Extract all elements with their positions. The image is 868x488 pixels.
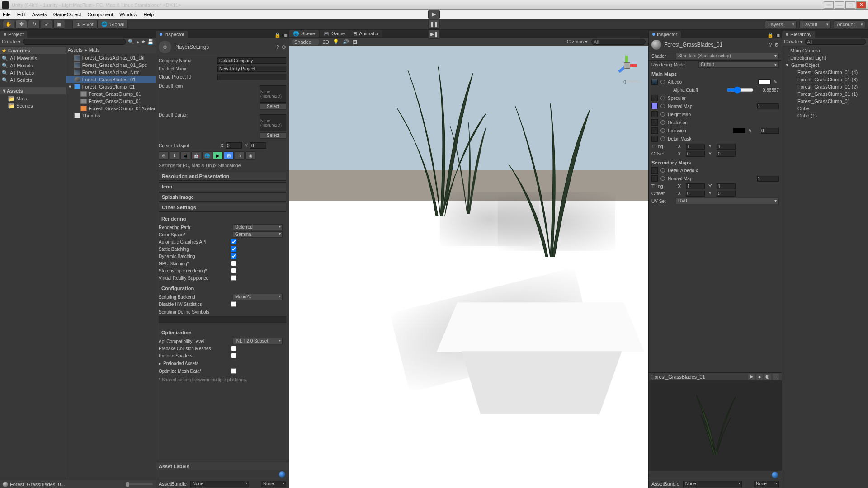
detail-albedo-picker-icon[interactable] (660, 168, 665, 173)
cursor-hotspot-x-input[interactable] (226, 142, 242, 149)
breadcrumb-assets[interactable]: Assets (68, 47, 83, 52)
inspector2-tab[interactable]: Inspector (649, 31, 681, 38)
platform-tizen-icon[interactable]: ◉ (245, 151, 255, 160)
albedo-eyedropper-icon[interactable]: ✎ (774, 80, 779, 84)
inspector1-tab[interactable]: Inspector (156, 31, 188, 38)
detailmask-picker-icon[interactable] (660, 136, 665, 141)
hierarchy-item[interactable]: ▼GameObject (782, 61, 868, 69)
prebake-checkbox[interactable] (231, 346, 236, 351)
normal2-strength-input[interactable] (757, 176, 779, 182)
tiling2-x-input[interactable] (686, 183, 705, 189)
material-preview[interactable] (649, 380, 782, 471)
assetbundle-name-dropdown[interactable]: None (190, 481, 249, 487)
normal2-picker-icon[interactable] (660, 176, 665, 181)
label-add-icon-2[interactable] (772, 472, 778, 478)
audio-toggle-icon[interactable]: 🔊 (343, 39, 349, 45)
emission-texture-slot[interactable] (651, 127, 658, 134)
platform-android-icon[interactable]: 🤖 (191, 151, 201, 160)
preloaded-assets-foldout[interactable]: Preloaded Assets (163, 361, 222, 366)
alpha-cutoff-slider[interactable] (726, 86, 754, 94)
api-compat-dropdown[interactable]: .NET 2.0 Subset (233, 338, 283, 344)
normal-picker-icon[interactable] (660, 104, 665, 108)
default-cursor-select-button[interactable]: Select (260, 132, 286, 139)
restore-down-alt-button[interactable]: ▭ (824, 1, 834, 9)
menu-edit[interactable]: Edit (17, 12, 26, 17)
emission-eyedropper-icon[interactable]: ✎ (748, 128, 754, 133)
scripting-define-input[interactable] (159, 316, 286, 323)
project-item[interactable]: Forest_GrassClump_01Avatar (66, 105, 156, 112)
maximize-button[interactable]: ▢ (845, 1, 855, 9)
section-icon[interactable]: Icon (159, 182, 286, 191)
emission-color[interactable] (733, 128, 745, 133)
project-item[interactable]: ▼Forest_GrassClump_01 (66, 83, 156, 90)
tiling-y-input[interactable] (717, 144, 736, 150)
assets-header[interactable]: ▼Assets (0, 87, 66, 94)
help-icon[interactable]: ? (276, 45, 279, 50)
2d-toggle[interactable]: 2D (323, 39, 329, 45)
section-splash[interactable]: Splash Image (159, 192, 286, 202)
account-dropdown[interactable]: Account (834, 20, 865, 28)
project-save-icon[interactable]: 💾 (147, 39, 154, 45)
tiling-x-input[interactable] (686, 144, 705, 150)
project-item[interactable]: Forest_GrassClump_01 (66, 98, 156, 105)
normal2-texture-slot[interactable] (651, 175, 658, 182)
layout-dropdown[interactable]: Layout (799, 20, 831, 28)
offset2-x-input[interactable] (686, 191, 705, 197)
height-picker-icon[interactable] (660, 112, 665, 117)
menu-help[interactable]: Help (143, 12, 154, 17)
persp-label[interactable]: ◁ Persp (622, 79, 640, 84)
preview-menu-icon[interactable]: ≡ (773, 374, 779, 380)
menu-component[interactable]: Component (87, 12, 113, 17)
inspector2-menu-icon[interactable]: ≡ (775, 33, 782, 38)
project-item[interactable]: Forest_GrassAplhas_01_Dif (66, 54, 156, 61)
specular-texture-slot[interactable] (651, 95, 658, 101)
normal-strength-input[interactable] (757, 103, 779, 109)
scene-viewport[interactable]: ◁ Persp (289, 46, 648, 488)
hierarchy-item[interactable]: Cube (1) (782, 112, 868, 119)
scale-tool-button[interactable]: ⤢ (41, 20, 52, 29)
preload-shaders-checkbox[interactable] (231, 353, 236, 358)
rendering-mode-dropdown[interactable]: Cutout (698, 61, 779, 68)
inspector-lock-icon[interactable]: 🔒 (273, 32, 283, 38)
platform-ios-icon[interactable]: 📱 (180, 151, 190, 160)
stereo-checkbox[interactable] (231, 268, 236, 273)
hierarchy-item[interactable]: Forest_GrassClump_01 (2) (782, 83, 868, 90)
emission-picker-icon[interactable] (660, 128, 665, 133)
rect-tool-button[interactable]: ▣ (53, 20, 65, 29)
assetbundle-name-dropdown-2[interactable]: None (683, 481, 742, 487)
pivot-toggle[interactable]: ⊕Pivot (72, 20, 97, 29)
project-zoom-slider[interactable] (126, 483, 153, 485)
scene-gizmo[interactable] (613, 52, 640, 79)
fav-all-models[interactable]: 🔍All Models (0, 62, 66, 69)
rendering-path-dropdown[interactable]: Deferred (233, 224, 283, 230)
tiling2-y-input[interactable] (717, 183, 736, 189)
occlusion-picker-icon[interactable] (660, 120, 665, 125)
default-icon-select-button[interactable]: Select (260, 103, 286, 110)
fav-all-scripts[interactable]: 🔍All Scripts (0, 76, 66, 84)
hierarchy-tab[interactable]: Hierarchy (782, 31, 815, 38)
scene-tab[interactable]: 🌐Scene (289, 30, 319, 37)
project-item[interactable]: Forest_GrassAplhas_Nrm (66, 69, 156, 76)
project-item[interactable]: Thumbs (66, 112, 156, 119)
filter-type-icon[interactable]: ● (136, 39, 139, 45)
vr-checkbox[interactable] (231, 275, 236, 281)
project-tab[interactable]: Project (0, 31, 27, 38)
hierarchy-item[interactable]: Forest_GrassClump_01 (3) (782, 76, 868, 83)
step-button[interactable]: ▶❚ (428, 30, 440, 39)
normal-texture-slot[interactable] (651, 103, 658, 109)
layers-dropdown[interactable]: Layers (765, 20, 797, 28)
albedo-texture-slot[interactable] (651, 79, 658, 85)
assetbundle-variant-dropdown-2[interactable]: None (754, 481, 779, 487)
fx-toggle-icon[interactable]: 🖼 (353, 39, 358, 45)
menu-gameobject[interactable]: GameObject (53, 12, 81, 17)
assetbundle-variant-dropdown[interactable]: None (261, 481, 286, 487)
static-batching-checkbox[interactable] (231, 246, 236, 252)
scripting-backend-dropdown[interactable]: Mono2x (233, 294, 283, 300)
search-filter-icon[interactable]: 🔍 (128, 39, 134, 45)
optimize-mesh-checkbox[interactable] (231, 368, 236, 374)
shade-mode-dropdown[interactable]: Shaded (292, 39, 319, 45)
minimize-button[interactable]: — (835, 1, 844, 9)
default-cursor-slot[interactable]: None (Texture2D) (260, 114, 286, 131)
company-name-input[interactable] (217, 57, 286, 64)
section-other[interactable]: Other Settings (159, 203, 286, 212)
